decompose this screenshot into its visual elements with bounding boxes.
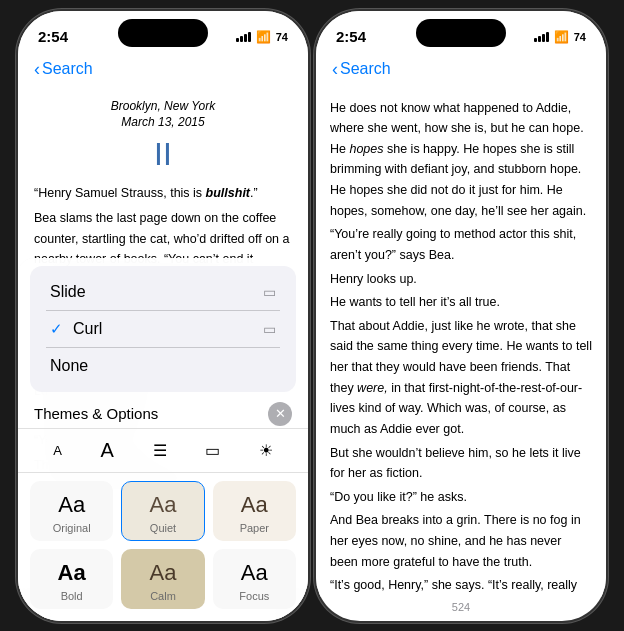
right-para-4: That about Addie, just like he wrote, th… (330, 316, 592, 440)
page-number: 524 (316, 597, 606, 621)
book-content-right: He does not know what happened to Addie,… (316, 88, 606, 597)
slide-label: Slide (50, 283, 86, 301)
signal-bar-r2 (538, 36, 541, 42)
right-para-0: He does not know what happened to Addie,… (330, 98, 592, 222)
theme-focus-label: Focus (222, 590, 287, 602)
slide-option-curl[interactable]: ✓ Curl ▭ (46, 311, 280, 348)
themes-header: Themes & Options ✕ (18, 396, 308, 428)
status-bar-left: 2:54 📶 74 (18, 11, 308, 55)
theme-original-label: Original (39, 522, 104, 534)
theme-paper-label: Paper (222, 522, 287, 534)
theme-quiet-label: Quiet (130, 522, 195, 534)
slide-option-slide[interactable]: Slide ▭ (46, 274, 280, 311)
right-phone: 2:54 📶 74 ‹ Search He does not know what… (316, 11, 606, 621)
brightness-button[interactable]: ☀ (251, 437, 281, 464)
themes-grid: Aa Original Aa Quiet Aa Paper Aa Bold Aa (18, 473, 308, 621)
none-label: None (50, 357, 88, 375)
signal-bars-left (236, 32, 251, 42)
theme-calm-label: Calm (130, 590, 195, 602)
battery-left: 74 (276, 31, 288, 43)
signal-bar-2 (240, 36, 243, 42)
signal-bar-r1 (534, 38, 537, 42)
theme-bold-aa: Aa (39, 560, 104, 586)
curl-label: Curl (73, 320, 102, 338)
nav-bar-left: ‹ Search (18, 55, 308, 88)
right-para-3: He wants to tell her it’s all true. (330, 292, 592, 313)
chevron-left-right-icon: ‹ (332, 59, 338, 80)
right-para-7: And Bea breaks into a grin. There is no … (330, 510, 592, 572)
signal-bars-right (534, 32, 549, 42)
chevron-left-icon: ‹ (34, 59, 40, 80)
theme-quiet-aa: Aa (130, 492, 195, 518)
theme-quiet[interactable]: Aa Quiet (121, 481, 204, 541)
curl-check: ✓ Curl (50, 320, 102, 338)
theme-paper[interactable]: Aa Paper (213, 481, 296, 541)
left-phone: 2:54 📶 74 ‹ Search Brooklyn, New YorkMar (18, 11, 308, 621)
close-button[interactable]: ✕ (268, 402, 292, 426)
large-font-button[interactable]: A (93, 435, 122, 466)
book-para-0: “Henry Samuel Strauss, this is bullshit.… (34, 183, 292, 204)
battery-right: 74 (574, 31, 586, 43)
book-header: Brooklyn, New YorkMarch 13, 2015 II (34, 98, 292, 174)
back-button-right[interactable]: ‹ Search (332, 59, 391, 80)
dynamic-island-left (118, 19, 208, 47)
theme-focus-aa: Aa (222, 560, 287, 586)
overlay-panel: Slide ▭ ✓ Curl ▭ None Themes & Options ✕ (18, 258, 308, 621)
slide-menu: Slide ▭ ✓ Curl ▭ None (30, 266, 296, 392)
status-icons-right: 📶 74 (534, 30, 586, 44)
theme-calm-aa: Aa (130, 560, 195, 586)
back-label-left: Search (42, 60, 93, 78)
small-font-button[interactable]: A (45, 439, 70, 462)
signal-bar-r4 (546, 32, 549, 42)
right-para-6: “Do you like it?” he asks. (330, 487, 592, 508)
book-location: Brooklyn, New YorkMarch 13, 2015 (34, 98, 292, 132)
signal-bar-4 (248, 32, 251, 42)
theme-focus[interactable]: Aa Focus (213, 549, 296, 609)
right-para-8: “It’s good, Henry,” she says. “It’s real… (330, 575, 592, 596)
theme-original[interactable]: Aa Original (30, 481, 113, 541)
wifi-icon-right: 📶 (554, 30, 569, 44)
signal-bar-r3 (542, 34, 545, 42)
theme-bold-label: Bold (39, 590, 104, 602)
phones-container: 2:54 📶 74 ‹ Search Brooklyn, New YorkMar (0, 0, 624, 631)
right-para-1: “You’re really going to method actor thi… (330, 224, 592, 265)
status-icons-left: 📶 74 (236, 30, 288, 44)
reading-toolbar: A A ☰ ▭ ☀ (18, 428, 308, 473)
curl-icon: ▭ (263, 321, 276, 337)
themes-title: Themes & Options (34, 405, 158, 422)
time-right: 2:54 (336, 28, 366, 45)
slide-icon: ▭ (263, 284, 276, 300)
dynamic-island-right (416, 19, 506, 47)
nav-bar-right: ‹ Search (316, 55, 606, 88)
theme-bold[interactable]: Aa Bold (30, 549, 113, 609)
signal-bar-3 (244, 34, 247, 42)
slide-option-none[interactable]: None (46, 348, 280, 384)
theme-paper-aa: Aa (222, 492, 287, 518)
right-para-5: But she wouldn’t believe him, so he lets… (330, 443, 592, 484)
checkmark-icon: ✓ (50, 320, 63, 338)
font-settings-button[interactable]: ☰ (145, 437, 175, 464)
right-para-2: Henry looks up. (330, 269, 592, 290)
theme-calm[interactable]: Aa Calm (121, 549, 204, 609)
signal-bar-1 (236, 38, 239, 42)
time-left: 2:54 (38, 28, 68, 45)
bookmark-button[interactable]: ▭ (197, 437, 228, 464)
back-button-left[interactable]: ‹ Search (34, 59, 93, 80)
theme-original-aa: Aa (39, 492, 104, 518)
chapter-number: II (34, 135, 292, 173)
wifi-icon-left: 📶 (256, 30, 271, 44)
status-bar-right: 2:54 📶 74 (316, 11, 606, 55)
back-label-right: Search (340, 60, 391, 78)
